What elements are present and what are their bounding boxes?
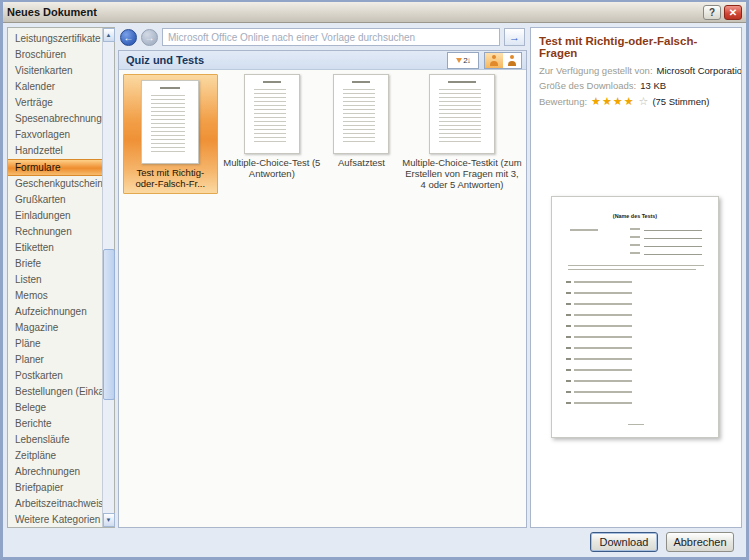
cancel-button[interactable]: Abbrechen bbox=[666, 532, 734, 552]
template-tile-multiple-choice[interactable]: Multiple-Choice-Test (5 Antworten) bbox=[223, 74, 321, 179]
gallery-header: Quiz und Tests 2↓ bbox=[119, 51, 526, 70]
document-thumbnail bbox=[333, 74, 389, 154]
document-thumbnail bbox=[244, 74, 300, 154]
gallery-title: Quiz und Tests bbox=[126, 54, 447, 66]
sidebar-item-briefe[interactable]: Briefe bbox=[8, 256, 102, 272]
search-input[interactable] bbox=[162, 28, 500, 46]
category-sidebar: Leistungszertifikate Broschüren Visitenk… bbox=[7, 27, 115, 528]
search-bar: ← → → bbox=[118, 27, 527, 47]
sidebar-item-leistungszertifikate[interactable]: Leistungszertifikate bbox=[8, 31, 102, 47]
details-panel: Test mit Richtig-oder-Falsch-Fragen Zur … bbox=[530, 27, 742, 528]
dialog-footer: Download Abbrechen bbox=[3, 530, 746, 557]
sidebar-item-visitenkarten[interactable]: Visitenkarten bbox=[8, 63, 102, 79]
sort-flag-icon bbox=[456, 58, 462, 63]
center-panel: ← → → Quiz und Tests 2↓ bbox=[118, 27, 527, 528]
download-size-value: 13 KB bbox=[640, 80, 666, 91]
search-go-icon[interactable]: → bbox=[504, 28, 525, 46]
close-button[interactable]: ✕ bbox=[724, 5, 742, 20]
sidebar-item-rechnungen[interactable]: Rechnungen bbox=[8, 224, 102, 240]
star-empty-icon: ☆ bbox=[639, 95, 649, 108]
template-tile-testkit[interactable]: Multiple-Choice-Testkit (zum Erstellen v… bbox=[402, 74, 522, 190]
dialog-body: Leistungszertifikate Broschüren Visitenk… bbox=[3, 23, 746, 530]
download-size-label: Größe des Downloads: bbox=[539, 80, 636, 91]
sidebar-item-handzettel[interactable]: Handzettel bbox=[8, 143, 102, 159]
back-icon[interactable]: ← bbox=[120, 29, 137, 46]
window-title: Neues Dokument bbox=[7, 6, 700, 18]
sidebar-item-etiketten[interactable]: Etiketten bbox=[8, 240, 102, 256]
scroll-down-icon[interactable]: ▼ bbox=[103, 513, 115, 527]
sidebar-item-bestellungen[interactable]: Bestellungen (Einkauf) bbox=[8, 384, 102, 400]
sidebar-scrollbar[interactable]: ▲ ▼ bbox=[102, 28, 114, 527]
scroll-up-icon[interactable]: ▲ bbox=[103, 28, 115, 42]
category-list: Leistungszertifikate Broschüren Visitenk… bbox=[8, 28, 102, 527]
sidebar-item-vertraege[interactable]: Verträge bbox=[8, 95, 102, 111]
sidebar-item-postkarten[interactable]: Postkarten bbox=[8, 368, 102, 384]
sidebar-item-aufzeichnungen[interactable]: Aufzeichnungen bbox=[8, 304, 102, 320]
forward-icon[interactable]: → bbox=[141, 29, 158, 46]
sidebar-item-spesenabrechnungen[interactable]: Spesenabrechnungen bbox=[8, 111, 102, 127]
template-label: Test mit Richtig-oder-Falsch-Fr... bbox=[127, 167, 214, 189]
sidebar-item-grusskarten[interactable]: Grußkarten bbox=[8, 192, 102, 208]
sidebar-item-arbeitszeitnachweise[interactable]: Arbeitszeitnachweise bbox=[8, 496, 102, 512]
rating-label: Bewertung: bbox=[539, 96, 587, 107]
filter-community-button[interactable] bbox=[503, 53, 521, 68]
gallery-toolbar: 2↓ bbox=[447, 52, 522, 69]
person-community-icon bbox=[507, 55, 517, 66]
sidebar-item-plaene[interactable]: Pläne bbox=[8, 336, 102, 352]
new-document-dialog: Neues Dokument ? ✕ Leistungszertifikate … bbox=[0, 0, 749, 560]
rating-votes: (75 Stimmen) bbox=[652, 96, 709, 107]
template-list: Test mit Richtig-oder-Falsch-Fr... Multi… bbox=[119, 70, 526, 198]
sidebar-item-faxvorlagen[interactable]: Faxvorlagen bbox=[8, 127, 102, 143]
template-title: Test mit Richtig-oder-Falsch-Fragen bbox=[539, 35, 733, 59]
sidebar-item-abrechnungen[interactable]: Abrechnungen bbox=[8, 464, 102, 480]
sidebar-item-briefpapier[interactable]: Briefpapier bbox=[8, 480, 102, 496]
sidebar-item-memos[interactable]: Memos bbox=[8, 288, 102, 304]
sidebar-item-belege[interactable]: Belege bbox=[8, 400, 102, 416]
template-tile-richtig-falsch[interactable]: Test mit Richtig-oder-Falsch-Fr... bbox=[123, 74, 218, 194]
star-filled-icons: ★★★★ bbox=[591, 95, 634, 108]
template-tile-aufsatztest[interactable]: Aufsatztest bbox=[326, 74, 397, 168]
document-thumbnail bbox=[429, 74, 495, 154]
sidebar-item-planer[interactable]: Planer bbox=[8, 352, 102, 368]
template-label: Multiple-Choice-Testkit (zum Erstellen v… bbox=[402, 157, 522, 190]
template-label: Aufsatztest bbox=[338, 157, 385, 168]
download-button[interactable]: Download bbox=[590, 532, 658, 552]
titlebar: Neues Dokument ? ✕ bbox=[3, 2, 746, 23]
preview-area: (Name des Tests) bbox=[551, 196, 721, 438]
sidebar-item-lebenslaeufe[interactable]: Lebensläufe bbox=[8, 432, 102, 448]
help-button[interactable]: ? bbox=[703, 5, 721, 20]
sidebar-item-kalender[interactable]: Kalender bbox=[8, 79, 102, 95]
provider-label: Zur Verfügung gestellt von: bbox=[539, 65, 653, 76]
sort-button[interactable]: 2↓ bbox=[448, 53, 478, 68]
filter-microsoft-button[interactable] bbox=[485, 53, 503, 68]
sidebar-item-berichte[interactable]: Berichte bbox=[8, 416, 102, 432]
provider-value: Microsoft Corporation bbox=[657, 65, 742, 76]
sidebar-item-einladungen[interactable]: Einladungen bbox=[8, 208, 102, 224]
document-thumbnail bbox=[141, 80, 199, 164]
template-preview-page: (Name des Tests) bbox=[551, 196, 719, 438]
sidebar-item-magazine[interactable]: Magazine bbox=[8, 320, 102, 336]
sidebar-item-formulare[interactable]: Formulare bbox=[8, 159, 102, 176]
preview-title: (Name des Tests) bbox=[560, 213, 709, 218]
template-label: Multiple-Choice-Test (5 Antworten) bbox=[223, 157, 321, 179]
sidebar-item-broschueren[interactable]: Broschüren bbox=[8, 47, 102, 63]
sort-order-icon: 2↓ bbox=[463, 56, 469, 65]
scrollbar-track[interactable] bbox=[103, 42, 115, 513]
person-icon bbox=[489, 55, 499, 66]
sidebar-item-zeitplaene[interactable]: Zeitpläne bbox=[8, 448, 102, 464]
sidebar-item-weitere-kategorien[interactable]: Weitere Kategorien bbox=[8, 512, 102, 527]
template-gallery: Quiz und Tests 2↓ bbox=[118, 50, 527, 528]
sidebar-item-geschenkgutscheine[interactable]: Geschenkgutscheine bbox=[8, 176, 102, 192]
scrollbar-thumb[interactable] bbox=[103, 249, 115, 400]
sidebar-item-listen[interactable]: Listen bbox=[8, 272, 102, 288]
